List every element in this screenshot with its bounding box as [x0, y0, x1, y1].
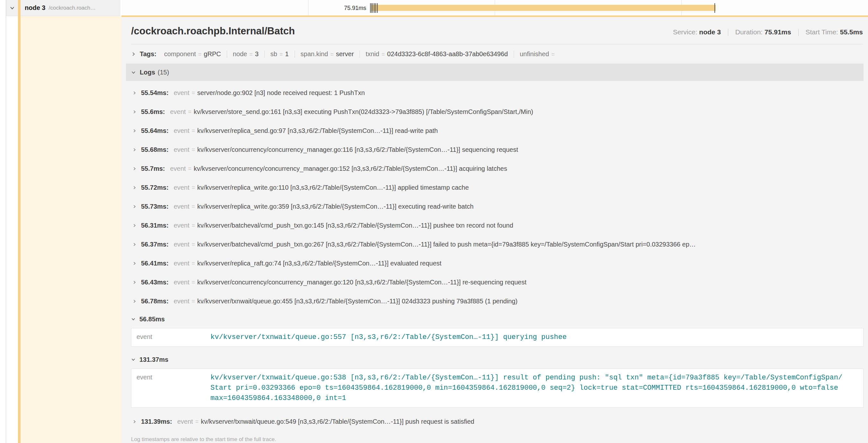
chevron-right-icon [132, 204, 136, 209]
timeline-gridline [308, 0, 308, 16]
page-title: /cockroach.roachpb.Internal/Batch [131, 25, 673, 37]
log-row[interactable]: 131.39ms:event=kv/kvserver/txnwait/queue… [126, 412, 864, 431]
log-field-key: event [136, 332, 210, 341]
log-row[interactable]: 56.78ms:event=kv/kvserver/txnwait/queue.… [126, 292, 864, 311]
log-row[interactable]: 56.41ms:event=kv/kvserver/replica_raft.g… [126, 254, 864, 273]
chevron-down-icon [131, 317, 135, 321]
overview-separator [728, 29, 728, 36]
duration-label: Duration: [735, 28, 763, 36]
chevron-right-icon [132, 148, 136, 152]
log-row[interactable]: 55.68ms:event=kv/kvserver/concurrency/co… [126, 140, 864, 159]
span-service-name: node 3 [25, 4, 45, 11]
log-row[interactable]: 55.7ms:event=kv/kvserver/concurrency/con… [126, 159, 864, 178]
tags-label: Tags: [140, 50, 156, 58]
tag-item: txnid=024d3323-6c8f-4863-aa8b-37ab0e6349… [360, 50, 514, 58]
logs-accordion-header[interactable]: Logs (15) [126, 64, 864, 81]
detail-row-color-band [18, 16, 21, 443]
chevron-right-icon [132, 299, 136, 303]
tag-item: span.kind=server [294, 50, 360, 58]
span-timeline-cell: 75.91ms [121, 0, 868, 16]
service-value: node 3 [699, 28, 721, 36]
logs-footer-note: Log timestamps are relative to the start… [131, 436, 864, 443]
start-time-value: 55.5ms [840, 28, 863, 36]
start-time-label: Start Time: [805, 28, 838, 36]
tag-item: unfinished= [514, 50, 563, 58]
span-detail-panel: /cockroach.roachpb.Internal/Batch Servic… [121, 15, 868, 443]
log-marker [375, 3, 376, 13]
chevron-right-icon [132, 419, 136, 424]
log-marker [373, 3, 373, 13]
log-entry-expanded-header[interactable]: 131.37ms [126, 351, 864, 368]
chevron-right-icon [132, 167, 136, 171]
chevron-down-icon [9, 5, 15, 11]
tag-item: component=gRPC [158, 50, 227, 58]
chevron-down-icon [131, 357, 135, 362]
log-marker [371, 3, 372, 13]
log-row[interactable]: 55.54ms:event=server/node.go:902 [n3] no… [126, 83, 864, 102]
span-overview: Service: node 3 Duration: 75.91ms Start … [673, 28, 863, 36]
logs-title: Logs [140, 69, 155, 76]
log-row[interactable]: 55.72ms:event=kv/kvserver/replica_write.… [126, 178, 864, 197]
span-bar[interactable] [371, 5, 716, 11]
log-row[interactable]: 56.43ms:event=kv/kvserver/concurrency/co… [126, 273, 864, 292]
span-name-cell[interactable]: node 3 /cockroach.roach… [6, 0, 121, 16]
tags-accordion-header[interactable]: Tags: component=gRPC node=3 sb=1 span.ki… [131, 47, 863, 61]
chevron-right-icon [132, 91, 136, 95]
log-field-value: kv/kvserver/txnwait/queue.go:538 [n3,s3,… [210, 373, 846, 404]
tag-item: sb=1 [265, 50, 294, 58]
header-divider [131, 44, 863, 44]
log-marker [377, 3, 378, 13]
logs-section: Logs (15) 55.54ms:event=server/node.go:9… [126, 64, 864, 443]
chevron-right-icon [132, 185, 136, 190]
service-label: Service: [673, 28, 698, 36]
chevron-down-icon [131, 70, 136, 75]
log-entry-detail-table: event kv/kvserver/txnwait/queue.go:557 [… [131, 328, 864, 347]
log-entry-expanded-header[interactable]: 56.85ms [126, 311, 864, 328]
chevron-right-icon [132, 242, 136, 246]
chevron-right-icon [132, 280, 136, 284]
log-row[interactable]: 55.64ms:event=kv/kvserver/replica_send.g… [126, 121, 864, 140]
log-rows: 55.54ms:event=server/node.go:902 [n3] no… [126, 83, 864, 431]
log-field-value: kv/kvserver/txnwait/queue.go:557 [n3,s3,… [210, 332, 567, 343]
log-field-key: event [136, 373, 210, 381]
log-row[interactable]: 56.37ms:event=kv/kvserver/batcheval/cmd_… [126, 235, 864, 254]
chevron-right-icon [132, 110, 136, 114]
log-row[interactable]: 55.6ms:event=kv/kvserver/store_send.go:1… [126, 102, 864, 121]
span-row: node 3 /cockroach.roach… 75.91ms [0, 0, 868, 16]
chevron-right-icon [132, 224, 136, 228]
log-entry-detail-table: event kv/kvserver/txnwait/queue.go:538 [… [131, 369, 864, 408]
log-row[interactable]: 55.73ms:event=kv/kvserver/replica_write.… [126, 197, 864, 216]
duration-value: 75.91ms [765, 28, 791, 36]
span-duration-label: 75.91ms [334, 0, 366, 16]
log-marker [374, 3, 375, 13]
chevron-right-icon [131, 52, 136, 57]
span-color-bar [18, 0, 21, 16]
log-marker [714, 3, 715, 13]
row-indent-guide [6, 0, 6, 443]
chevron-right-icon [132, 261, 136, 266]
logs-count: (15) [158, 69, 169, 76]
tag-item: node=3 [227, 50, 265, 58]
span-operation-name: /cockroach.roach… [49, 5, 95, 11]
chevron-right-icon [132, 129, 136, 133]
log-marker [370, 3, 371, 13]
log-row[interactable]: 56.31ms:event=kv/kvserver/batcheval/cmd_… [126, 216, 864, 235]
detail-row-tint [21, 16, 121, 443]
overview-separator [798, 29, 799, 36]
